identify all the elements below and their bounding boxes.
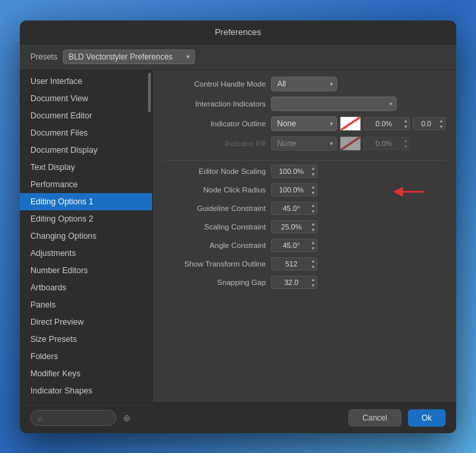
show-transform-outline-stepper: ▲ ▼ — [311, 258, 315, 270]
sidebar-item-size-presets[interactable]: Size Presets — [20, 331, 152, 348]
preferences-dialog: Preferences Presets BLD Vectorstyler Pre… — [20, 21, 456, 433]
sidebar-item-number-editors[interactable]: Number Editors — [20, 262, 152, 279]
node-click-radius-up-arrow[interactable]: ▲ — [311, 184, 315, 190]
show-transform-outline-row: Show Transform Outline ▲ ▼ — [163, 257, 446, 270]
guideline-constraint-up-arrow[interactable]: ▲ — [311, 202, 315, 208]
guideline-constraint-stepper: ▲ ▼ — [311, 202, 315, 214]
sidebar-item-document-view[interactable]: Document View — [20, 90, 152, 107]
control-handle-mode-select-wrapper: All None Selected — [271, 77, 337, 91]
show-transform-outline-label: Show Transform Outline — [163, 260, 266, 268]
sidebar-item-user-interface[interactable]: User Interface — [20, 73, 152, 90]
interaction-indicators-row: Interaction Indicators — [163, 97, 446, 111]
sidebar-item-text-display[interactable]: Text Display — [20, 159, 152, 176]
indicator-outline-number-down-arrow[interactable]: ▼ — [439, 124, 444, 130]
scaling-constraint-field[interactable] — [273, 223, 309, 231]
indicator-fill-color-preview[interactable] — [340, 136, 361, 151]
control-handle-mode-select[interactable]: All None Selected — [271, 77, 337, 91]
sidebar-item-performance[interactable]: Performance — [20, 176, 152, 193]
sidebar-item-folders[interactable]: Folders — [20, 348, 152, 365]
snapping-gap-input: ▲ ▼ — [271, 276, 317, 289]
editor-node-scaling-label: Editor Node Scaling — [163, 167, 266, 175]
editor-node-scaling-down-arrow[interactable]: ▼ — [311, 171, 315, 177]
indicator-fill-up-arrow: ▲ — [403, 138, 408, 144]
zoom-icon[interactable]: ⊕ — [123, 413, 131, 423]
sidebar-scrollbar[interactable] — [148, 73, 151, 112]
guideline-constraint-field[interactable] — [273, 204, 309, 212]
editor-node-scaling-up-arrow[interactable]: ▲ — [311, 165, 315, 171]
snapping-gap-up-arrow[interactable]: ▲ — [311, 276, 315, 282]
show-transform-outline-down-arrow[interactable]: ▼ — [311, 264, 315, 270]
indicator-outline-number-input: ▲ ▼ — [413, 117, 446, 130]
sidebar-item-direct-preview[interactable]: Direct Preview — [20, 313, 152, 331]
node-click-radius-input: ▲ ▼ — [271, 183, 317, 196]
sidebar-item-modifier-keys[interactable]: Modifier Keys — [20, 365, 152, 382]
angle-constraint-up-arrow[interactable]: ▲ — [311, 239, 315, 245]
editor-node-scaling-field[interactable] — [273, 167, 309, 175]
snapping-gap-down-arrow[interactable]: ▼ — [311, 282, 315, 288]
indicator-fill-label: Indicator Fill — [163, 140, 266, 147]
sidebar-item-artboards[interactable]: Artboards — [20, 279, 152, 296]
indicator-outline-select[interactable]: None Solid — [271, 116, 337, 131]
snapping-gap-stepper: ▲ ▼ — [311, 276, 315, 288]
sidebar-item-indicator-shapes[interactable]: Indicator Shapes — [20, 382, 152, 399]
indicator-fill-select-wrapper: None — [271, 136, 337, 151]
indicator-outline-down-arrow[interactable]: ▼ — [403, 124, 408, 130]
guideline-constraint-down-arrow[interactable]: ▼ — [311, 208, 315, 214]
show-transform-outline-up-arrow[interactable]: ▲ — [311, 258, 315, 264]
snapping-gap-label: Snapping Gap — [163, 278, 266, 286]
indicator-fill-percent-field[interactable] — [366, 140, 402, 147]
sidebar-item-panels[interactable]: Panels — [20, 296, 152, 313]
scaling-constraint-up-arrow[interactable]: ▲ — [311, 221, 315, 227]
presets-select[interactable]: BLD Vectorstyler Preferences — [63, 50, 195, 64]
cancel-button[interactable]: Cancel — [348, 409, 401, 427]
node-click-radius-label: Node Click Radius — [163, 186, 266, 194]
indicator-outline-up-arrow[interactable]: ▲ — [403, 118, 408, 124]
scaling-constraint-row: Scaling Constraint ▲ ▼ — [163, 220, 446, 233]
sidebar-item-document-files[interactable]: Document Files — [20, 124, 152, 142]
show-transform-outline-input: ▲ ▼ — [271, 257, 317, 270]
guideline-constraint-label: Guideline Constraint — [163, 204, 266, 212]
indicator-outline-select-wrapper: None Solid — [271, 116, 337, 131]
ok-button[interactable]: Ok — [408, 409, 446, 427]
indicator-outline-number-up-arrow[interactable]: ▲ — [439, 118, 444, 124]
indicator-fill-stepper: ▲ ▼ — [403, 138, 408, 149]
presets-bar: Presets BLD Vectorstyler Preferences — [20, 44, 456, 70]
red-arrow-annotation — [348, 182, 428, 202]
sidebar-item-document-display[interactable]: Document Display — [20, 142, 152, 159]
sidebar-item-changing-options[interactable]: Changing Options — [20, 227, 152, 245]
sidebar-item-adjustments[interactable]: Adjustments — [20, 245, 152, 262]
scaling-constraint-down-arrow[interactable]: ▼ — [311, 227, 315, 233]
angle-constraint-down-arrow[interactable]: ▼ — [311, 245, 315, 251]
editor-node-scaling-stepper: ▲ ▼ — [311, 165, 315, 177]
snapping-gap-field[interactable] — [273, 278, 309, 286]
guideline-constraint-input: ▲ ▼ — [271, 202, 317, 215]
guideline-constraint-row: Guideline Constraint ▲ ▼ — [163, 202, 446, 215]
search-input[interactable] — [45, 413, 98, 423]
sidebar-item-editing-options-2[interactable]: Editing Options 2 — [20, 210, 152, 227]
indicator-outline-stepper: ▲ ▼ — [403, 118, 408, 130]
indicator-outline-color-preview[interactable] — [340, 116, 361, 131]
editor-node-scaling-row: Editor Node Scaling ▲ ▼ — [163, 165, 446, 178]
indicator-fill-select[interactable]: None — [271, 136, 337, 151]
sidebar-item-editing-options-1[interactable]: Editing Options 1 — [20, 193, 152, 210]
indicator-outline-label: Indicator Outline — [163, 120, 266, 128]
show-transform-outline-field[interactable] — [273, 260, 309, 268]
indicator-outline-number-field[interactable] — [415, 120, 438, 128]
indicator-fill-down-arrow: ▼ — [403, 144, 408, 149]
angle-constraint-field[interactable] — [273, 241, 309, 249]
interaction-indicators-select-wrapper — [271, 97, 397, 111]
node-click-radius-down-arrow[interactable]: ▼ — [311, 190, 315, 196]
angle-constraint-input: ▲ ▼ — [271, 239, 317, 252]
scaling-constraint-label: Scaling Constraint — [163, 223, 266, 231]
angle-constraint-label: Angle Constraint — [163, 241, 266, 249]
indicator-outline-percent-field[interactable] — [366, 120, 402, 128]
presets-label: Presets — [30, 52, 58, 62]
indicator-fill-row: Indicator Fill None ▲ ▼ — [163, 136, 446, 151]
sidebar-list: User Interface Document View Document Ed… — [20, 70, 152, 402]
control-handle-mode-row: Control Handle Mode All None Selected — [163, 77, 446, 91]
interaction-indicators-select[interactable] — [271, 97, 397, 111]
indicator-outline-number-stepper: ▲ ▼ — [439, 118, 444, 130]
sidebar-item-document-editor[interactable]: Document Editor — [20, 107, 152, 124]
node-click-radius-field[interactable] — [273, 186, 309, 194]
dialog-titlebar: Preferences — [20, 21, 456, 44]
